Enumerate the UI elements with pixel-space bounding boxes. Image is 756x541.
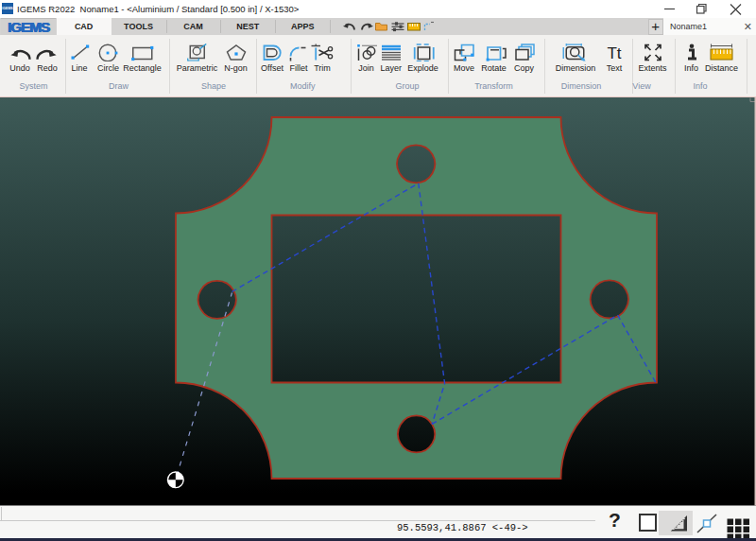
svg-text:Tt: Tt	[607, 44, 621, 61]
